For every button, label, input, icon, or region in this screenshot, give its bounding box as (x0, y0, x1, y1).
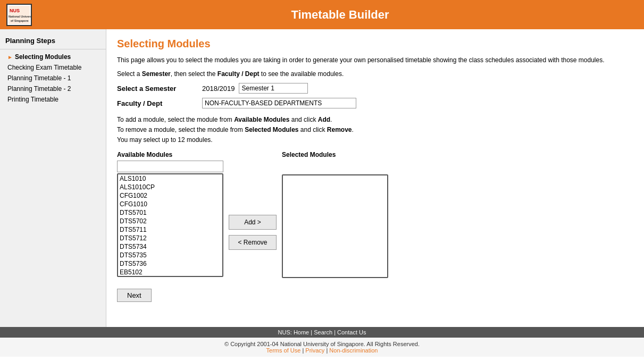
description-1: This page allows you to select the modul… (117, 55, 633, 65)
footer-bottom: © Copyright 2001-04 National University … (0, 338, 644, 357)
sidebar-item-printing[interactable]: Printing Timetable (0, 94, 106, 105)
header-logo: NUS National University of Singapore (6, 4, 32, 26)
sidebar: Planning Steps ► Selecting Modules Check… (0, 29, 106, 327)
selected-bold: Selected Modules (245, 126, 298, 133)
nus-logo: NUS National University of Singapore (6, 4, 32, 26)
semester-label: Select a Semester (117, 85, 202, 93)
footer-search-link[interactable]: Search (314, 329, 332, 335)
arrow-icon: ► (7, 54, 13, 60)
instructions: To add a module, select the module from … (117, 115, 633, 146)
sidebar-item-planning-2[interactable]: Planning Timetable - 2 (0, 83, 106, 94)
remove-bold: Remove (327, 126, 352, 133)
available-modules-list[interactable]: ALS1010ALS1010CPCFG1002CFG1010DTS5701DTS… (117, 173, 223, 277)
footer-privacy-link[interactable]: Privacy (305, 347, 324, 354)
faculty-input[interactable] (202, 98, 356, 108)
faculty-label: Faculty / Dept (117, 99, 202, 107)
sidebar-item-label: Selecting Modules (15, 53, 71, 61)
next-button[interactable]: Next (117, 289, 152, 302)
available-modules-label: Available Modules (117, 151, 223, 158)
semester-input[interactable] (239, 83, 308, 94)
header: NUS National University of Singapore Tim… (0, 0, 644, 29)
page-title: Selecting Modules (117, 38, 633, 50)
sidebar-item-label: Checking Exam Timetable (7, 64, 81, 71)
add-button[interactable]: Add > (229, 215, 277, 230)
layout: Planning Steps ► Selecting Modules Check… (0, 29, 644, 327)
footer-home-link[interactable]: Home (294, 329, 309, 335)
instruction-limit: You may select up to 12 modules. (117, 135, 633, 145)
available-modules-section: Available Modules ALS1010ALS1010CPCFG100… (117, 151, 223, 277)
description-2: Select a Semester, then select the Facul… (117, 69, 633, 79)
modules-search-input[interactable] (117, 161, 223, 172)
remove-button[interactable]: < Remove (229, 235, 277, 250)
svg-text:National University: National University (9, 15, 31, 18)
selected-modules-list[interactable] (282, 174, 388, 278)
next-btn-row: Next (117, 289, 633, 302)
footer-contact-link[interactable]: Contact Us (337, 329, 366, 335)
semester-bold: Semester (142, 70, 171, 78)
sidebar-title: Planning Steps (0, 33, 106, 49)
main-content: Selecting Modules This page allows you t… (106, 29, 644, 327)
footer-links: Terms of Use | Privacy | Non-discriminat… (3, 347, 641, 354)
sidebar-item-label: Printing Timetable (7, 96, 58, 103)
sidebar-item-selecting-modules[interactable]: ► Selecting Modules (0, 52, 106, 62)
instruction-remove: To remove a module, select the module fr… (117, 125, 633, 135)
footer-copyright: © Copyright 2001-04 National University … (3, 341, 641, 347)
footer-nus-label: NUS: (278, 329, 292, 335)
faculty-bold: Faculty / Dept (218, 70, 260, 78)
sidebar-item-planning-1[interactable]: Planning Timetable - 1 (0, 73, 106, 83)
sidebar-item-checking-exam[interactable]: Checking Exam Timetable (0, 62, 106, 73)
semester-row: Select a Semester 2018/2019 (117, 83, 633, 94)
semester-year: 2018/2019 (202, 85, 235, 93)
svg-text:of Singapore: of Singapore (11, 19, 29, 22)
available-bold: Available Modules (234, 116, 289, 123)
svg-text:NUS: NUS (10, 8, 20, 13)
selected-modules-label: Selected Modules (282, 151, 388, 158)
selected-modules-section: Selected Modules (282, 151, 388, 278)
header-title: Timetable Builder (43, 8, 638, 22)
sidebar-item-label: Planning Timetable - 2 (7, 85, 71, 93)
modules-area: Available Modules ALS1010ALS1010CPCFG100… (117, 151, 633, 278)
footer-nav: NUS: Home | Search | Contact Us (0, 327, 644, 338)
faculty-row: Faculty / Dept (117, 98, 633, 108)
action-buttons: Add > < Remove (229, 215, 277, 250)
sidebar-item-label: Planning Timetable - 1 (7, 74, 71, 82)
footer-terms-link[interactable]: Terms of Use (266, 347, 301, 354)
add-bold: Add (318, 116, 330, 123)
footer-nondiscrimination-link[interactable]: Non-discrimination (329, 347, 378, 354)
instruction-add: To add a module, select the module from … (117, 115, 633, 125)
